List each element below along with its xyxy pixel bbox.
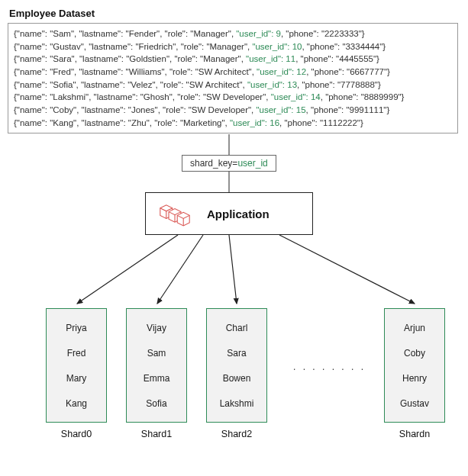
shard-item: Sam xyxy=(147,348,166,359)
dataset-row: {"name": "Sam", "lastname": "Fender", "r… xyxy=(14,27,452,40)
shard-item: Mary xyxy=(66,373,87,384)
cubes-icon xyxy=(157,199,193,228)
shard-n: ArjunCobyHenryGustav xyxy=(384,308,445,423)
app-label: Application xyxy=(207,207,270,220)
shard-0: PriyaFredMaryKang xyxy=(46,308,107,423)
shard-1: VijaySamEmmaSofia xyxy=(126,308,187,423)
application-box: Application xyxy=(145,192,313,235)
ellipsis: . . . . . . . . xyxy=(293,362,366,372)
dataset-row: {"name": "Lakshmi", "lastname": "Ghosh",… xyxy=(14,91,452,104)
shard-item: Emma xyxy=(144,373,170,384)
shardkey-value: user_id xyxy=(237,158,267,169)
shard-item: Gustav xyxy=(400,398,429,409)
dataset-row: {"name": "Sara", "lastname": "Goldstien"… xyxy=(14,53,452,66)
shard-key-box: shard_key=user_id xyxy=(182,155,276,172)
dataset-row: {"name": "Gustav", "lastname": "Friedric… xyxy=(14,40,452,53)
shard-1-label: Shard1 xyxy=(126,429,187,439)
dataset-row: {"name": "Kang", "lastname": "Zhu", "rol… xyxy=(14,117,452,130)
shard-2-label: Shard2 xyxy=(206,429,267,439)
svg-line-5 xyxy=(279,235,415,304)
svg-line-3 xyxy=(157,235,203,304)
shard-item: Charl xyxy=(226,323,248,333)
dataset-box: {"name": "Sam", "lastname": "Fender", "r… xyxy=(8,23,458,133)
shard-item: Vijay xyxy=(147,323,166,333)
shard-item: Sofia xyxy=(146,398,166,409)
shard-item: Sara xyxy=(227,348,246,359)
shard-item: Coby xyxy=(404,348,425,359)
shard-0-label: Shard0 xyxy=(46,429,107,439)
shard-item: Arjun xyxy=(404,323,425,333)
shard-2: CharlSaraBowenLakshmi xyxy=(206,308,267,423)
dataset-row: {"name": "Coby", "lastname": "Jones", "r… xyxy=(14,104,452,117)
dataset-row: {"name": "Fred", "lastname": "Williams",… xyxy=(14,66,452,79)
svg-line-2 xyxy=(77,235,178,304)
shard-item: Fred xyxy=(67,348,86,359)
shard-n-label: Shardn xyxy=(384,429,445,439)
svg-line-4 xyxy=(229,235,237,304)
shard-item: Kang xyxy=(66,398,87,409)
shardkey-prefix: shard_key= xyxy=(190,158,237,169)
shard-item: Priya xyxy=(66,323,86,333)
dataset-title: Employee Dataset xyxy=(9,8,95,19)
dataset-row: {"name": "Sofia", "lastname": "Velez", "… xyxy=(14,79,452,92)
shard-item: Bowen xyxy=(223,373,251,384)
shard-item: Lakshmi xyxy=(220,398,254,409)
shard-item: Henry xyxy=(402,373,427,384)
